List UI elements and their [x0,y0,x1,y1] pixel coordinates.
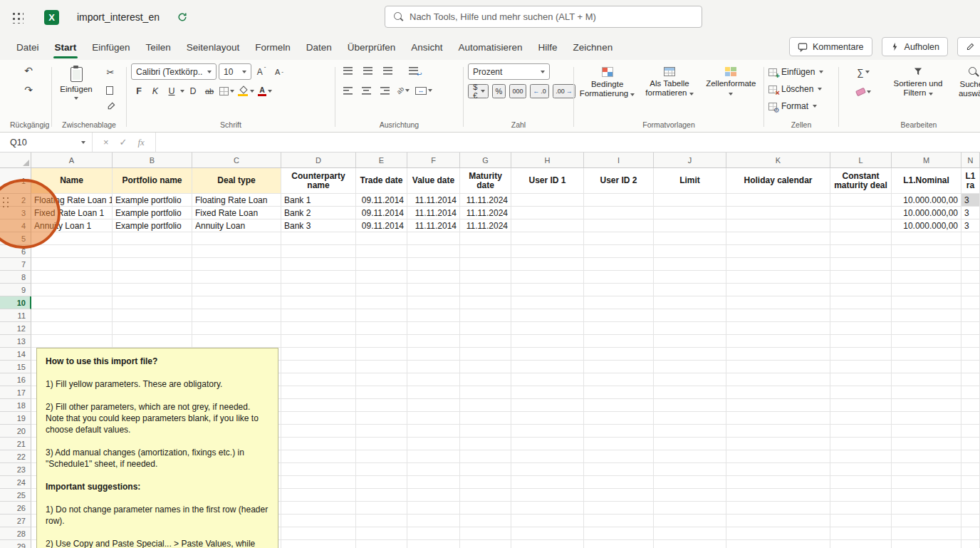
italic-button[interactable]: K [147,84,163,98]
cell-E16[interactable] [356,373,407,386]
accounting-format-button[interactable]: $€ [468,84,489,98]
cell-D25[interactable] [281,489,356,502]
cell-K15[interactable] [726,361,830,373]
cell-E2[interactable]: 09.11.2014 [356,194,407,207]
cell-D27[interactable] [281,515,356,527]
cancel-icon[interactable]: × [103,137,109,148]
cell-G10[interactable] [460,296,511,309]
cell-L7[interactable] [830,258,892,271]
cell-J29[interactable] [654,540,726,548]
cell-L17[interactable] [830,386,892,399]
cell-B3[interactable]: Example portfolio [113,207,192,219]
row-header-3[interactable]: 3 [0,207,31,219]
cell-F15[interactable] [407,361,460,373]
cell-M7[interactable] [892,258,961,271]
cell-J9[interactable] [654,284,726,296]
cell-M10[interactable] [892,296,961,309]
cell-K17[interactable] [726,386,830,399]
cell-E26[interactable] [356,502,407,515]
cell-I14[interactable] [584,348,654,361]
cell-E5[interactable] [356,232,407,245]
cell-F27[interactable] [407,515,460,527]
cell-E4[interactable]: 09.11.2014 [356,219,407,232]
column-header-C[interactable]: C [192,152,281,168]
tab-hilfe[interactable]: Hilfe [531,34,565,60]
row-header-5[interactable]: 5 [0,232,31,245]
cell-D16[interactable] [281,373,356,386]
cell-H11[interactable] [511,309,584,322]
cell-B12[interactable] [113,322,192,335]
cell-L2[interactable] [830,194,892,207]
row-drag-handle-icon[interactable] [1,196,9,208]
cell-I29[interactable] [584,540,654,548]
cell-D20[interactable] [281,425,356,438]
cell-G17[interactable] [460,386,511,399]
cell-I19[interactable] [584,412,654,425]
cell-F26[interactable] [407,502,460,515]
cell-K28[interactable] [726,527,830,540]
cell-L19[interactable] [830,412,892,425]
cell-K12[interactable] [726,322,830,335]
wrap-text-button[interactable]: ↩ [405,63,421,78]
row-header-23[interactable]: 23 [0,463,31,476]
cell-J4[interactable] [654,219,726,232]
row-header-26[interactable]: 26 [0,502,31,515]
cell-N1[interactable]: L1 ra [961,168,980,194]
cell-G21[interactable] [460,438,511,450]
cell-M3[interactable]: 10.000.000,00 [892,207,961,219]
column-header-N[interactable]: N [961,152,980,168]
cell-J25[interactable] [654,489,726,502]
cell-K16[interactable] [726,373,830,386]
column-header-L[interactable]: L [830,152,892,168]
cell-H17[interactable] [511,386,584,399]
cell-H24[interactable] [511,476,584,489]
cell-N18[interactable] [961,399,980,412]
cell-L13[interactable] [830,335,892,348]
cell-J26[interactable] [654,502,726,515]
cell-D14[interactable] [281,348,356,361]
cell-G23[interactable] [460,463,511,476]
search-input[interactable] [410,11,693,22]
increase-decimal-button[interactable]: ←.0 [530,84,549,98]
cell-D7[interactable] [281,258,356,271]
align-center-button[interactable] [358,83,374,98]
cell-N6[interactable] [961,245,980,258]
cell-A8[interactable] [31,271,113,284]
cell-H1[interactable]: User ID 1 [511,168,584,194]
cell-D1[interactable]: Counterparty name [281,168,356,194]
cell-I17[interactable] [584,386,654,399]
cell-M24[interactable] [892,476,961,489]
cell-C8[interactable] [192,271,281,284]
cell-J11[interactable] [654,309,726,322]
cell-N25[interactable] [961,489,980,502]
cell-D29[interactable] [281,540,356,548]
cell-H10[interactable] [511,296,584,309]
column-header-F[interactable]: F [407,152,460,168]
borders-button[interactable] [218,84,236,98]
cell-G8[interactable] [460,271,511,284]
cell-J17[interactable] [654,386,726,399]
cell-H6[interactable] [511,245,584,258]
cell-F22[interactable] [407,450,460,463]
cell-C13[interactable] [192,335,281,348]
cell-G27[interactable] [460,515,511,527]
cell-H9[interactable] [511,284,584,296]
cell-N21[interactable] [961,438,980,450]
cell-J18[interactable] [654,399,726,412]
merge-center-button[interactable]: ↔ [414,83,434,98]
font-name-select[interactable]: Calibri (Textkörp... [131,63,217,80]
document-title[interactable]: import_interest_en [77,11,160,23]
cell-A7[interactable] [31,258,113,271]
double-underline-button[interactable]: D [185,84,201,98]
cell-E29[interactable] [356,540,407,548]
cell-M9[interactable] [892,284,961,296]
cell-C9[interactable] [192,284,281,296]
cell-J12[interactable] [654,322,726,335]
cell-E28[interactable] [356,527,407,540]
conditional-formatting-button[interactable]: Bedingte Formatierung [578,63,636,98]
excel-logo-icon[interactable]: X [44,10,59,25]
cell-N23[interactable] [961,463,980,476]
format-as-table-button[interactable]: Als Tabelle formatieren [642,63,697,98]
cell-G29[interactable] [460,540,511,548]
thousands-separator-button[interactable]: 000 [509,84,526,98]
